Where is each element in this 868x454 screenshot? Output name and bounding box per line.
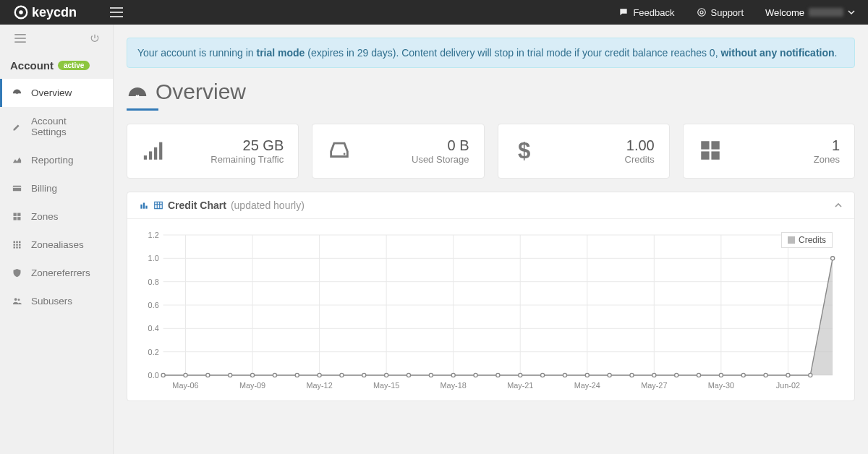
- svg-rect-24: [16, 247, 18, 249]
- svg-text:May-21: May-21: [507, 381, 533, 390]
- svg-point-96: [474, 373, 477, 377]
- svg-point-99: [541, 373, 545, 377]
- notice-text: (expires in 29 days). Content delivery w…: [305, 47, 720, 59]
- svg-rect-13: [14, 213, 17, 216]
- sidebar-item-label: Overview: [31, 87, 72, 98]
- sidebar-section-title: Account: [10, 59, 54, 72]
- table-icon[interactable]: [153, 200, 163, 210]
- card-zones: 1 Zones: [683, 124, 855, 179]
- svg-rect-30: [144, 155, 147, 160]
- sidebar-item-billing[interactable]: Billing: [0, 174, 113, 202]
- svg-text:0.4: 0.4: [148, 324, 159, 333]
- svg-point-82: [161, 373, 165, 377]
- svg-point-100: [563, 373, 566, 377]
- svg-point-97: [496, 373, 500, 377]
- svg-rect-31: [149, 151, 152, 159]
- svg-rect-43: [155, 202, 163, 208]
- chart-header: Credit Chart (updated hourly): [127, 192, 854, 219]
- svg-point-101: [585, 373, 589, 377]
- svg-point-87: [273, 373, 276, 377]
- welcome-menu[interactable]: Welcome: [765, 7, 855, 18]
- svg-point-110: [786, 373, 790, 377]
- svg-text:0.2: 0.2: [148, 348, 159, 356]
- sidebar-item-subusers[interactable]: Subusers: [0, 287, 113, 315]
- card-value: 1: [814, 137, 840, 154]
- svg-point-108: [741, 373, 745, 377]
- svg-rect-8: [14, 38, 25, 39]
- svg-rect-33: [159, 142, 162, 159]
- dollar-icon: $: [513, 138, 537, 165]
- hdd-icon: [327, 138, 352, 165]
- sidebar-item-label: Zonealiases: [31, 239, 84, 250]
- svg-rect-14: [17, 213, 20, 216]
- sidebar-item-account-settings[interactable]: Account Settings: [0, 107, 113, 146]
- support-link[interactable]: Support: [697, 7, 744, 18]
- card-value: 1.00: [625, 137, 655, 154]
- sidebar-item-label: Account Settings: [31, 116, 101, 137]
- credit-chart-panel: Credit Chart (updated hourly) Credits 0.…: [127, 192, 855, 401]
- sidebar-section-header: Account active: [0, 52, 113, 79]
- shield-icon: [12, 267, 22, 278]
- svg-text:May-06: May-06: [172, 381, 198, 390]
- sidebar-item-label: Zonereferrers: [31, 267, 90, 278]
- svg-rect-38: [701, 151, 709, 159]
- sidebar-item-reporting[interactable]: Reporting: [0, 146, 113, 174]
- users-icon: [12, 296, 22, 307]
- svg-point-92: [385, 373, 388, 377]
- card-label: Zones: [814, 154, 840, 165]
- svg-point-26: [14, 298, 17, 301]
- notice-text: Your account is running in: [137, 47, 256, 59]
- svg-point-95: [451, 373, 455, 377]
- page-title: Overview: [127, 80, 855, 104]
- sidebar-nav: Overview Account Settings Reporting Bill…: [0, 79, 113, 315]
- chart-title: Credit Chart: [168, 200, 226, 211]
- sidebar-item-label: Billing: [31, 183, 57, 194]
- svg-rect-21: [16, 244, 18, 246]
- svg-point-83: [184, 373, 187, 377]
- svg-point-109: [764, 373, 767, 377]
- speech-icon: [618, 7, 629, 17]
- dashboard-icon: [127, 84, 148, 100]
- svg-point-107: [719, 373, 723, 377]
- sidebar-item-overview[interactable]: Overview: [0, 79, 113, 107]
- hamburger-icon[interactable]: [110, 7, 123, 17]
- sidebar-item-zonereferrers[interactable]: Zonereferrers: [0, 259, 113, 287]
- sidebar-item-zones[interactable]: Zones: [0, 202, 113, 231]
- grid-small-icon: [12, 239, 22, 250]
- svg-rect-7: [14, 34, 25, 35]
- svg-rect-41: [143, 203, 145, 209]
- username-blurred: [809, 8, 843, 17]
- svg-point-103: [630, 373, 634, 377]
- title-underline: [127, 108, 158, 111]
- svg-rect-40: [140, 205, 142, 209]
- feedback-link[interactable]: Feedback: [618, 7, 674, 18]
- svg-rect-39: [711, 151, 719, 159]
- svg-text:May-09: May-09: [239, 381, 265, 390]
- bar-chart-icon[interactable]: [139, 200, 149, 210]
- svg-text:0.6: 0.6: [148, 301, 159, 309]
- card-label: Credits: [625, 154, 655, 165]
- dashboard-icon: [12, 87, 22, 98]
- credit-card-icon: [12, 183, 22, 194]
- svg-point-91: [362, 373, 366, 377]
- brand-logo[interactable]: keycdn: [13, 4, 77, 20]
- svg-rect-4: [110, 16, 123, 17]
- card-value: 25 GB: [210, 137, 284, 154]
- svg-point-90: [340, 373, 344, 377]
- topbar: keycdn Feedback Support Welcome: [0, 0, 868, 25]
- svg-rect-37: [711, 141, 719, 149]
- svg-rect-22: [19, 244, 21, 246]
- svg-point-102: [608, 373, 611, 377]
- svg-rect-23: [14, 247, 16, 249]
- svg-text:1.2: 1.2: [148, 231, 159, 239]
- power-icon[interactable]: [90, 33, 100, 43]
- svg-point-5: [697, 9, 705, 17]
- page-title-text: Overview: [156, 80, 246, 104]
- sidebar-hamburger-icon[interactable]: [14, 34, 26, 43]
- status-badge: active: [58, 61, 90, 70]
- chevron-up-icon[interactable]: [834, 201, 843, 210]
- sidebar-item-zonealiases[interactable]: Zonealiases: [0, 231, 113, 259]
- svg-point-93: [407, 373, 410, 377]
- svg-text:0.8: 0.8: [148, 278, 159, 286]
- main-content: Your account is running in trial mode (e…: [114, 25, 868, 454]
